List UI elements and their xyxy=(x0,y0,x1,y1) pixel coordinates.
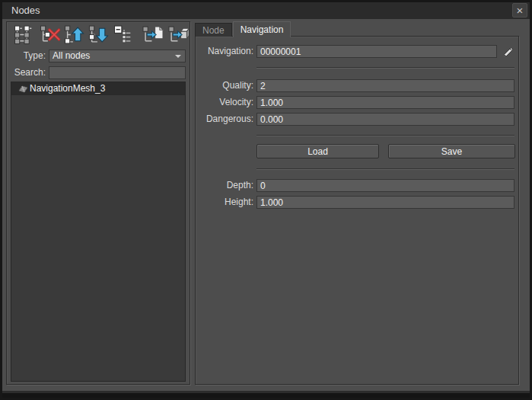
collapse-tree-button[interactable] xyxy=(112,24,136,46)
window-bottom-frame xyxy=(2,391,530,398)
separator xyxy=(256,168,514,170)
quality-row: Quality: xyxy=(196,79,518,92)
link-nodes-icon xyxy=(14,25,35,44)
type-row: Type: All nodes xyxy=(7,50,190,62)
search-label: Search: xyxy=(7,66,46,79)
nodes-window: Nodes × xyxy=(0,0,532,400)
property-tabs: Node Navigation xyxy=(195,21,291,37)
height-row: Height: xyxy=(196,196,518,209)
dangerous-row: Dangerous: xyxy=(196,113,518,126)
navigation-row: Navigation: xyxy=(196,45,518,58)
dangerous-label: Dangerous: xyxy=(196,113,253,126)
tab-navigation[interactable]: Navigation xyxy=(233,21,291,37)
height-input[interactable] xyxy=(256,196,514,209)
list-item[interactable]: NavigationMesh_3 xyxy=(11,82,185,95)
type-dropdown[interactable]: All nodes xyxy=(49,50,186,62)
search-input[interactable] xyxy=(49,66,186,79)
dangerous-input[interactable] xyxy=(256,113,514,126)
chevron-down-icon xyxy=(175,55,181,58)
depth-label: Depth: xyxy=(196,179,253,192)
save-button[interactable]: Save xyxy=(388,144,515,158)
depth-row: Depth: xyxy=(196,179,518,192)
separator xyxy=(256,135,514,136)
delete-node-button[interactable] xyxy=(38,24,62,46)
copy-node-to-object-icon xyxy=(167,25,190,44)
titlebar[interactable]: Nodes × xyxy=(2,2,530,19)
navigation-input[interactable] xyxy=(256,45,497,58)
navigation-label: Navigation: xyxy=(196,45,253,58)
velocity-row: Velocity: xyxy=(196,96,518,109)
move-node-up-button[interactable] xyxy=(62,24,87,46)
move-node-down-button[interactable] xyxy=(87,24,111,46)
quality-label: Quality: xyxy=(196,79,253,92)
tab-node[interactable]: Node xyxy=(195,23,232,37)
collapse-tree-icon xyxy=(113,25,135,44)
node-list[interactable]: NavigationMesh_3 xyxy=(11,82,186,382)
copy-node-to-document-button[interactable] xyxy=(140,24,164,46)
depth-input[interactable] xyxy=(256,179,514,192)
type-dropdown-value: All nodes xyxy=(53,50,90,61)
separator xyxy=(256,67,514,69)
type-label: Type: xyxy=(7,50,46,62)
height-label: Height: xyxy=(196,196,253,209)
buttons-row: Load Save xyxy=(196,144,518,158)
close-button[interactable]: × xyxy=(512,3,527,18)
copy-node-to-object-button[interactable] xyxy=(166,24,190,46)
velocity-input[interactable] xyxy=(256,96,514,109)
link-nodes-button[interactable] xyxy=(12,24,37,46)
move-node-down-icon xyxy=(88,25,110,44)
search-row: Search: xyxy=(7,66,190,79)
pencil-icon xyxy=(502,45,514,58)
window-title: Nodes xyxy=(11,2,40,19)
velocity-label: Velocity: xyxy=(196,96,253,109)
edit-navigation-button[interactable] xyxy=(501,45,514,58)
delete-node-icon xyxy=(40,25,61,44)
nodes-panel: Type: All nodes Search: NavigationMesh_3 xyxy=(6,21,190,385)
navigation-properties-panel: Navigation: Quality: Velocity: Dangerous… xyxy=(195,36,519,385)
quality-input[interactable] xyxy=(256,79,514,92)
list-item-label: NavigationMesh_3 xyxy=(30,83,105,94)
load-button[interactable]: Load xyxy=(256,144,379,158)
navigation-mesh-icon xyxy=(18,84,28,94)
move-node-up-icon xyxy=(64,25,85,44)
copy-node-to-document-icon xyxy=(142,25,164,44)
close-icon: × xyxy=(517,4,524,17)
